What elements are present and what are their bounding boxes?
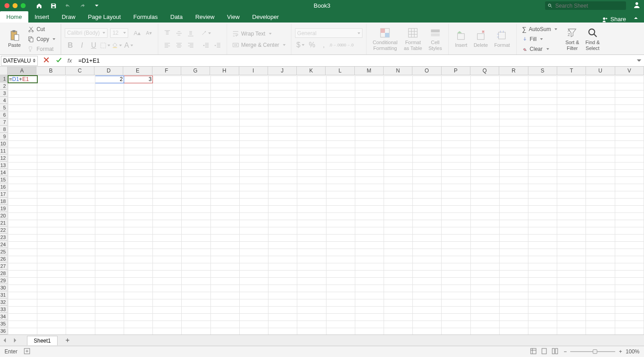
cell-Q3[interactable] bbox=[470, 90, 499, 97]
cell-L14[interactable] bbox=[326, 169, 355, 176]
cell-Q18[interactable] bbox=[470, 198, 499, 205]
expand-formula-bar-icon[interactable] bbox=[637, 57, 641, 65]
cell-Q32[interactable] bbox=[470, 299, 499, 306]
cell-E3[interactable] bbox=[124, 90, 152, 97]
cell-V11[interactable] bbox=[615, 148, 644, 155]
cell-G26[interactable] bbox=[182, 256, 210, 263]
cell-U1[interactable] bbox=[586, 76, 615, 83]
cell-R2[interactable] bbox=[499, 83, 528, 90]
zoom-slider[interactable] bbox=[570, 351, 615, 352]
cell-P12[interactable] bbox=[442, 155, 470, 162]
cell-L12[interactable] bbox=[326, 155, 355, 162]
cell-P5[interactable] bbox=[442, 104, 470, 112]
cell-B29[interactable] bbox=[37, 277, 66, 285]
cell-U20[interactable] bbox=[586, 212, 615, 220]
cell-H24[interactable] bbox=[210, 241, 239, 249]
cell-T18[interactable] bbox=[557, 198, 586, 205]
normal-view-icon[interactable] bbox=[530, 348, 537, 356]
cell-S24[interactable] bbox=[528, 241, 557, 249]
cell-I32[interactable] bbox=[239, 299, 268, 306]
cell-N13[interactable] bbox=[384, 162, 412, 169]
cell-C23[interactable] bbox=[66, 234, 95, 241]
cell-C6[interactable] bbox=[66, 112, 95, 119]
cell-F34[interactable] bbox=[153, 313, 182, 321]
decrease-decimal-button[interactable]: .00→.0 bbox=[342, 40, 353, 50]
cell-J36[interactable] bbox=[268, 328, 297, 334]
cell-S6[interactable] bbox=[528, 112, 557, 119]
cell-D22[interactable] bbox=[95, 227, 124, 234]
format-painter-button[interactable]: Format bbox=[26, 45, 57, 54]
cell-M20[interactable] bbox=[355, 212, 384, 220]
cell-A14[interactable] bbox=[8, 169, 37, 176]
cell-U21[interactable] bbox=[586, 220, 615, 227]
cell-A2[interactable] bbox=[8, 83, 37, 90]
cell-V13[interactable] bbox=[615, 162, 644, 169]
cell-O7[interactable] bbox=[413, 119, 442, 126]
currency-button[interactable]: $ bbox=[295, 40, 306, 50]
col-header-O[interactable]: O bbox=[412, 67, 441, 75]
cell-N26[interactable] bbox=[384, 256, 412, 263]
cell-G8[interactable] bbox=[182, 126, 210, 133]
row-header-26[interactable]: 26 bbox=[0, 255, 7, 262]
col-header-N[interactable]: N bbox=[384, 67, 412, 75]
row-header-9[interactable]: 9 bbox=[0, 133, 7, 140]
cell-Q23[interactable] bbox=[470, 234, 499, 241]
cell-J33[interactable] bbox=[268, 306, 297, 313]
cell-H26[interactable] bbox=[210, 256, 239, 263]
cell-M23[interactable] bbox=[355, 234, 384, 241]
cell-I4[interactable] bbox=[239, 97, 268, 104]
row-header-22[interactable]: 22 bbox=[0, 226, 7, 234]
cell-L24[interactable] bbox=[326, 241, 355, 249]
cell-E7[interactable] bbox=[124, 119, 152, 126]
cell-N6[interactable] bbox=[384, 112, 412, 119]
cell-D8[interactable] bbox=[95, 126, 124, 133]
row-header-27[interactable]: 27 bbox=[0, 262, 7, 270]
cell-Q33[interactable] bbox=[470, 306, 499, 313]
cell-O34[interactable] bbox=[413, 313, 442, 321]
cell-O8[interactable] bbox=[413, 126, 442, 133]
cell-O25[interactable] bbox=[413, 249, 442, 256]
cell-A10[interactable] bbox=[8, 140, 37, 148]
cell-C2[interactable] bbox=[66, 83, 95, 90]
cell-B35[interactable] bbox=[37, 321, 66, 328]
cell-L13[interactable] bbox=[326, 162, 355, 169]
cell-A26[interactable] bbox=[8, 256, 37, 263]
cell-F23[interactable] bbox=[153, 234, 182, 241]
undo-icon[interactable] bbox=[64, 2, 72, 9]
cell-Q1[interactable] bbox=[470, 76, 499, 83]
cell-U8[interactable] bbox=[586, 126, 615, 133]
cell-I15[interactable] bbox=[239, 176, 268, 184]
cell-N25[interactable] bbox=[384, 249, 412, 256]
cell-B8[interactable] bbox=[37, 126, 66, 133]
cell-V36[interactable] bbox=[615, 328, 644, 334]
cell-I18[interactable] bbox=[239, 198, 268, 205]
cell-I14[interactable] bbox=[239, 169, 268, 176]
cell-P36[interactable] bbox=[442, 328, 470, 334]
cell-E16[interactable] bbox=[124, 184, 152, 191]
cell-Q21[interactable] bbox=[470, 220, 499, 227]
cell-K2[interactable] bbox=[297, 83, 326, 90]
cell-C30[interactable] bbox=[66, 285, 95, 292]
cell-A22[interactable] bbox=[8, 227, 37, 234]
cell-R17[interactable] bbox=[499, 191, 528, 198]
cell-N21[interactable] bbox=[384, 220, 412, 227]
cell-H3[interactable] bbox=[210, 90, 239, 97]
search-sheet[interactable] bbox=[545, 1, 626, 10]
cell-R30[interactable] bbox=[499, 285, 528, 292]
cell-R6[interactable] bbox=[499, 112, 528, 119]
cell-T6[interactable] bbox=[557, 112, 586, 119]
cell-N24[interactable] bbox=[384, 241, 412, 249]
font-name-select[interactable]: Calibri (Body) bbox=[65, 28, 107, 38]
cell-D28[interactable] bbox=[95, 270, 124, 277]
cell-S21[interactable] bbox=[528, 220, 557, 227]
cell-I30[interactable] bbox=[239, 285, 268, 292]
cell-A33[interactable] bbox=[8, 306, 37, 313]
cell-L16[interactable] bbox=[326, 184, 355, 191]
cell-O22[interactable] bbox=[413, 227, 442, 234]
cell-U35[interactable] bbox=[586, 321, 615, 328]
cell-K12[interactable] bbox=[297, 155, 326, 162]
row-header-13[interactable]: 13 bbox=[0, 162, 7, 169]
cell-M13[interactable] bbox=[355, 162, 384, 169]
cell-C1[interactable] bbox=[66, 76, 95, 83]
cell-T27[interactable] bbox=[557, 263, 586, 270]
